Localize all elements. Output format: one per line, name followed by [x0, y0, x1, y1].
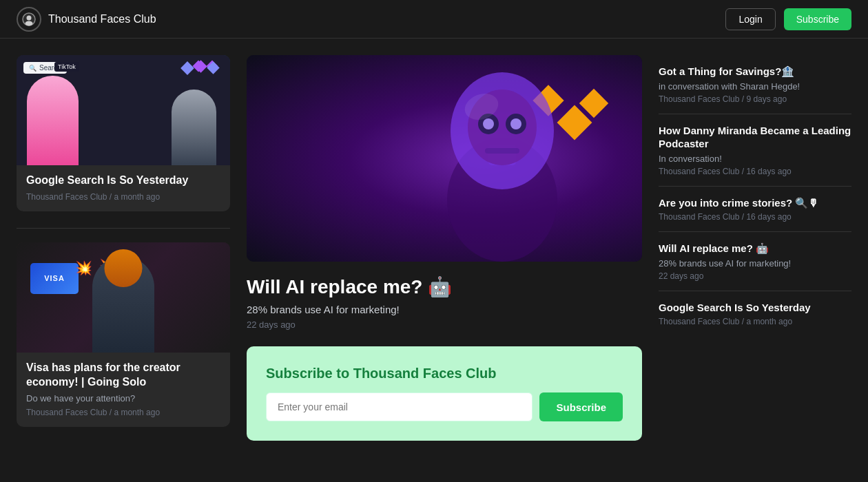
- card1-title: Google Search Is So Yesterday: [26, 174, 220, 188]
- svg-rect-12: [485, 148, 519, 154]
- svg-point-9: [483, 118, 494, 129]
- subscribe-form: Subscribe: [266, 392, 623, 421]
- card1-body: Google Search Is So Yesterday Thousand F…: [17, 165, 230, 211]
- hero-subtitle: 28% brands use AI for marketing!: [247, 304, 642, 315]
- svg-point-10: [510, 118, 521, 129]
- visa-card-sim: VISA: [30, 263, 79, 294]
- svg-point-2: [25, 21, 33, 25]
- right-item-title: How Danny Miranda Became a Leading Podca…: [659, 124, 851, 151]
- right-item-title: Google Search Is So Yesterday: [659, 301, 851, 315]
- right-item-meta: Thousand Faces Club / 9 days ago: [659, 94, 851, 104]
- robot-svg: [406, 62, 599, 262]
- header: Thousand Faces Club Login Subscribe: [0, 0, 868, 39]
- right-item-title: Will AI replace me? 🤖: [659, 242, 851, 255]
- header-right: Login Subscribe: [725, 8, 851, 30]
- right-item[interactable]: How Danny Miranda Became a Leading Podca…: [659, 114, 851, 187]
- subscribe-submit-button[interactable]: Subscribe: [539, 392, 623, 421]
- card-visa[interactable]: VISA 💥 💥 💥 Visa has plans for the creato…: [17, 242, 230, 428]
- center-column: Will AI replace me? 🤖 28% brands use AI …: [247, 55, 642, 443]
- header-left: Thousand Faces Club: [17, 7, 156, 32]
- subscribe-box: Subscribe to Thousand Faces Club Subscri…: [247, 346, 642, 441]
- svg-point-1: [27, 15, 32, 20]
- hero-img-bg: [247, 55, 642, 262]
- card2-meta: Thousand Faces Club / a month ago: [26, 408, 220, 417]
- right-item-meta: Thousand Faces Club / 16 days ago: [659, 212, 851, 222]
- left-column: 🔍 Search TikTok Google Search Is So: [17, 55, 230, 443]
- card2-title: Visa has plans for the creator economy! …: [26, 361, 220, 390]
- right-item-subtitle: 28% brands use AI for marketing!: [659, 258, 851, 269]
- email-input[interactable]: [266, 392, 533, 421]
- right-item-meta: Thousand Faces Club / 16 days ago: [659, 167, 851, 176]
- right-item-meta: 22 days ago: [659, 271, 851, 281]
- divider: [17, 228, 230, 229]
- right-item[interactable]: Will AI replace me? 🤖28% brands use AI f…: [659, 232, 851, 291]
- right-column: Got a Thing for Savings?🏦in conversation…: [659, 55, 851, 443]
- login-button[interactable]: Login: [725, 8, 775, 30]
- card2-body: Visa has plans for the creator economy! …: [17, 353, 230, 428]
- card2-image: VISA 💥 💥 💥: [17, 242, 230, 353]
- subscribe-header-button[interactable]: Subscribe: [784, 8, 851, 30]
- card-google-search[interactable]: 🔍 Search TikTok Google Search Is So: [17, 55, 230, 211]
- subscribe-box-title: Subscribe to Thousand Faces Club: [266, 366, 623, 381]
- right-item-subtitle: In conversation!: [659, 154, 851, 164]
- right-item[interactable]: Got a Thing for Savings?🏦in conversation…: [659, 55, 851, 114]
- card2-subtitle: Do we have your attention?: [26, 393, 220, 404]
- card1-meta: Thousand Faces Club / a month ago: [26, 192, 220, 202]
- main-content: 🔍 Search TikTok Google Search Is So: [0, 39, 868, 460]
- hero-image: [247, 55, 642, 262]
- logo-icon: [17, 7, 41, 32]
- site-title: Thousand Faces Club: [48, 13, 156, 25]
- card1-image: 🔍 Search TikTok: [17, 55, 230, 165]
- right-item-subtitle: in conversation with Sharan Hegde!: [659, 81, 851, 92]
- hero-title: Will AI replace me? 🤖: [247, 275, 642, 298]
- right-item[interactable]: Are you into crime stories? 🔍🎙Thousand F…: [659, 187, 851, 233]
- right-item[interactable]: Google Search Is So YesterdayThousand Fa…: [659, 291, 851, 337]
- right-item-title: Are you into crime stories? 🔍🎙: [659, 196, 851, 210]
- hero-meta: 22 days ago: [247, 319, 642, 330]
- right-item-meta: Thousand Faces Club / a month ago: [659, 317, 851, 326]
- right-item-title: Got a Thing for Savings?🏦: [659, 65, 851, 78]
